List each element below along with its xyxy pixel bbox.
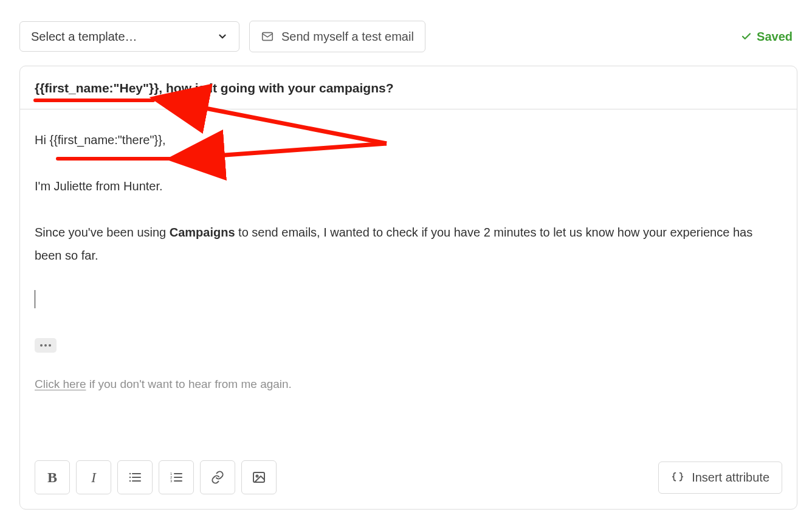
svg-text:3: 3 xyxy=(170,479,173,483)
bold-icon: B xyxy=(47,469,57,486)
subject-rest: , how is it going with your campaigns? xyxy=(159,81,393,95)
unsubscribe-rest: if you don't want to hear from me again. xyxy=(86,378,291,390)
format-toolbar: B I 1 2 3 xyxy=(35,460,782,494)
text-caret xyxy=(35,290,35,308)
checkmark-icon xyxy=(741,31,752,42)
italic-icon: I xyxy=(91,469,96,486)
link-icon xyxy=(210,470,225,485)
save-status-label: Saved xyxy=(757,30,793,44)
svg-point-4 xyxy=(129,473,131,474)
bulleted-list-icon xyxy=(128,470,142,485)
template-select-placeholder: Select a template… xyxy=(31,30,137,43)
cursor-line xyxy=(35,290,782,308)
image-icon xyxy=(252,470,266,485)
link-button[interactable] xyxy=(200,460,235,494)
unsubscribe-link[interactable]: Click here xyxy=(35,378,86,390)
image-button[interactable] xyxy=(241,460,277,494)
svg-point-8 xyxy=(129,480,131,482)
bold-button[interactable]: B xyxy=(35,460,70,494)
ellipsis-icon xyxy=(39,344,52,347)
send-test-email-label: Send myself a test email xyxy=(281,30,414,43)
numbered-list-button[interactable]: 1 2 3 xyxy=(159,460,194,494)
main-paragraph: Since you've been using Campaigns to sen… xyxy=(35,221,782,267)
bold-word: Campaigns xyxy=(170,226,235,239)
collapsed-content-toggle[interactable] xyxy=(35,338,57,353)
annotation-underline xyxy=(33,99,155,102)
save-status: Saved xyxy=(741,30,793,44)
subject-input[interactable]: {{first_name:"Hey"}}, how is it going wi… xyxy=(20,66,797,109)
bulleted-list-button[interactable] xyxy=(117,460,153,494)
insert-attribute-label: Insert attribute xyxy=(692,471,769,485)
annotation-underline xyxy=(56,157,176,161)
email-editor-card: {{first_name:"Hey"}}, how is it going wi… xyxy=(19,66,797,510)
subject-token: {{first_name:"Hey"}} xyxy=(35,81,159,95)
template-select[interactable]: Select a template… xyxy=(19,21,239,52)
svg-point-1 xyxy=(40,344,43,347)
numbered-list-icon: 1 2 3 xyxy=(169,470,184,485)
envelope-icon xyxy=(261,30,274,43)
insert-attribute-button[interactable]: Insert attribute xyxy=(658,462,782,494)
greeting-prefix: Hi xyxy=(35,133,49,147)
greeting-token: {{first_name:"there"}} xyxy=(49,133,162,147)
svg-point-17 xyxy=(256,475,258,477)
unsubscribe-line: Click here if you don't want to hear fro… xyxy=(35,373,782,395)
greeting-suffix: , xyxy=(162,133,166,147)
braces-icon xyxy=(671,471,684,484)
italic-button[interactable]: I xyxy=(76,460,111,494)
svg-point-3 xyxy=(49,344,51,347)
greeting-line: Hi {{first_name:"there"}}, xyxy=(35,128,782,151)
svg-point-6 xyxy=(129,477,131,478)
svg-point-2 xyxy=(44,344,47,347)
send-test-email-button[interactable]: Send myself a test email xyxy=(249,21,425,52)
email-body-editor[interactable]: Hi {{first_name:"there"}}, I'm Juliette … xyxy=(20,115,797,460)
intro-line: I'm Juliette from Hunter. xyxy=(35,175,782,198)
chevron-down-icon xyxy=(217,31,228,42)
